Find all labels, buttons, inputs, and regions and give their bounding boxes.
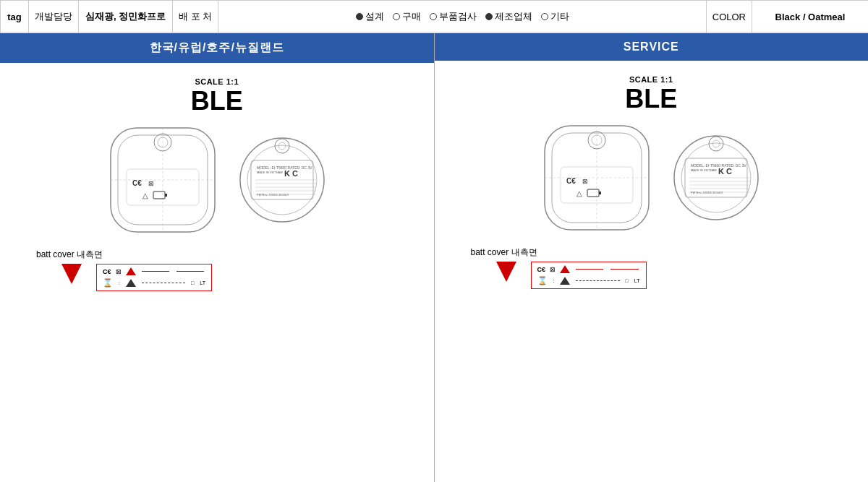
svg-text:MADE IN VIETNAM: MADE IN VIETNAM — [691, 168, 717, 172]
left-arrow-col — [61, 264, 82, 284]
svg-text:△: △ — [142, 191, 148, 199]
left-panel-body: SCALE 1:1 BLE — [0, 63, 434, 482]
baepo-cell: 배 포 처 — [173, 1, 218, 33]
left-device-round: K C MODEL: EI-T5600 RATED: DC 3V MADE IN… — [235, 133, 329, 227]
option-seolgye: 설계 — [356, 10, 384, 23]
tag-cell: tag — [0, 1, 29, 33]
radio-jejoyeopche — [485, 13, 493, 20]
radio-gumae — [393, 13, 400, 20]
svg-text:MODEL: EI-T5600 RATED: DC 3V: MODEL: EI-T5600 RATED: DC 3V — [257, 165, 312, 170]
left-panel: 한국/유럽/호주/뉴질랜드 SCALE 1:1 BLE — [0, 33, 435, 482]
svg-text:C: C — [726, 167, 732, 176]
dev-name: 심재광, 정민화프로 — [85, 10, 166, 23]
dash-black-right — [576, 280, 619, 281]
dash-line-left-1 — [142, 271, 169, 272]
dash-line-left-2 — [176, 271, 204, 272]
baepo-label: 배 포 처 — [179, 10, 212, 23]
svg-text:⊠: ⊠ — [582, 178, 588, 185]
svg-point-14 — [275, 139, 289, 153]
svg-text:FW Rev: 0.0301 20.04-R: FW Rev: 0.0301 20.04-R — [691, 191, 723, 194]
small-num-left-2: LT — [200, 280, 205, 285]
radio-bupum — [430, 13, 437, 20]
right-batt-row-2: ⌛ : □ LT — [537, 276, 640, 285]
color-value: Black / Oatmeal — [775, 12, 846, 22]
right-device-round: K C MODEL: EI-T5600 RATED: DC 3V MADE IN… — [669, 131, 763, 225]
left-round-device-svg: K C MODEL: EI-T5600 RATED: DC 3V MADE IN… — [235, 133, 329, 227]
right-scale-label: SCALE 1:1 — [629, 75, 673, 84]
color-label: COLOR — [712, 12, 746, 22]
option-jejoyeopche: 제조업체 — [485, 10, 532, 23]
left-red-arrow — [61, 264, 82, 284]
svg-point-41 — [709, 137, 723, 151]
right-batt-row-1: C€ ⊠ — [537, 265, 640, 273]
red-triangle-left — [126, 267, 136, 275]
left-device-flat: C€ ⊠ △ — [105, 122, 221, 238]
left-batt-row-1: C€ ⊠ — [103, 267, 205, 275]
left-batt-section: batt cover 내측면 C€ ⊠ — [14, 249, 420, 291]
left-ble-label: BLE — [191, 86, 243, 116]
color-label-cell: COLOR — [707, 1, 752, 33]
right-panel-title: SERVICE — [624, 40, 679, 53]
right-panel-body: SCALE 1:1 BLE C€ ⊠ △ — [435, 61, 869, 482]
svg-rect-9 — [153, 191, 165, 199]
tag-label: tag — [7, 12, 22, 22]
svg-rect-37 — [599, 191, 601, 194]
left-batt-cover-box: C€ ⊠ ⌛ : — [96, 264, 212, 291]
svg-text:K: K — [284, 169, 290, 178]
option-gumae: 구매 — [393, 10, 421, 23]
svg-text:C€: C€ — [132, 179, 142, 187]
svg-text:⊠: ⊠ — [148, 180, 154, 187]
right-panel: SERVICE SCALE 1:1 BLE C€ — [435, 33, 869, 482]
triangle-right — [560, 277, 570, 285]
right-red-arrow — [496, 262, 516, 282]
right-arrow-box: C€ ⊠ ⌛ : □ LT — [449, 262, 854, 289]
svg-text:K: K — [718, 167, 724, 176]
dev-label-cell: 개발담당 — [29, 1, 79, 33]
svg-text:MODEL: EI-T5600 RATED: DC 3V: MODEL: EI-T5600 RATED: DC 3V — [691, 163, 746, 168]
radio-gita — [541, 13, 548, 20]
small-num-right-2: LT — [634, 278, 640, 283]
left-scale-label: SCALE 1:1 — [195, 77, 239, 86]
small-text-left: □ — [191, 280, 194, 285]
left-devices-row: C€ ⊠ △ — [105, 122, 329, 238]
svg-rect-10 — [165, 194, 167, 197]
small-num-right: : — [553, 278, 555, 283]
svg-rect-38 — [561, 167, 633, 203]
dash-line-right-1 — [576, 269, 603, 270]
right-devices-row: C€ ⊠ △ K — [539, 120, 763, 236]
right-batt-cover-box: C€ ⊠ ⌛ : □ LT — [531, 262, 647, 289]
triangle-left — [126, 279, 136, 287]
crossbin-icon-left: ⊠ — [116, 268, 122, 275]
left-panel-title: 한국/유럽/호주/뉴질랜드 — [150, 41, 284, 53]
right-batt-label: batt cover 내측면 — [471, 246, 537, 259]
header-row: tag 개발담당 심재광, 정민화프로 배 포 처 설계 구매 부품검사 제조업… — [0, 0, 868, 33]
dev-label: 개발담당 — [35, 10, 72, 23]
svg-rect-36 — [587, 189, 599, 197]
svg-text:C€: C€ — [566, 177, 576, 185]
small-text-right: □ — [626, 278, 629, 283]
left-flat-device-svg: C€ ⊠ △ — [105, 122, 221, 238]
right-arrow-col — [496, 262, 516, 282]
svg-point-42 — [712, 140, 720, 147]
right-flat-device-svg: C€ ⊠ △ — [539, 120, 655, 236]
options-cell: 설계 구매 부품검사 제조업체 기타 — [218, 1, 707, 33]
svg-rect-11 — [127, 169, 199, 205]
color-value-cell: Black / Oatmeal — [752, 1, 868, 33]
dev-name-cell: 심재광, 정민화프로 — [79, 1, 173, 33]
left-batt-label: batt cover 내측면 — [36, 249, 103, 261]
right-round-device-svg: K C MODEL: EI-T5600 RATED: DC 3V MADE IN… — [669, 131, 763, 225]
svg-text:C: C — [292, 169, 298, 178]
main-content: 한국/유럽/호주/뉴질랜드 SCALE 1:1 BLE — [0, 33, 868, 482]
left-panel-header: 한국/유럽/호주/뉴질랜드 — [0, 33, 434, 63]
ce-icon-right: C€ — [537, 266, 546, 273]
dash-line-right-2 — [610, 269, 638, 270]
ce-icon-left: C€ — [103, 268, 111, 275]
right-panel-header: SERVICE — [435, 33, 869, 61]
option-gita: 기타 — [541, 10, 569, 23]
hourglass-icon-left: ⌛ — [103, 278, 113, 288]
right-ble-label: BLE — [625, 84, 677, 114]
svg-text:△: △ — [576, 189, 582, 197]
radio-seolgye — [356, 13, 363, 20]
left-arrow-box: C€ ⊠ ⌛ : — [14, 264, 420, 291]
left-batt-row-2: ⌛ : □ LT — [103, 278, 205, 288]
